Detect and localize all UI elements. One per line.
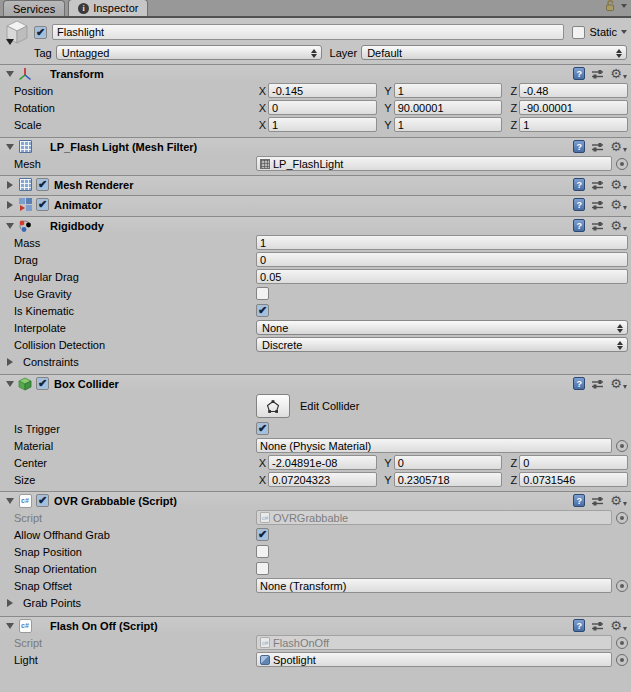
gear-icon[interactable] (610, 198, 627, 211)
snap-position-checkbox[interactable] (256, 545, 269, 558)
foldout-open-icon[interactable] (6, 498, 14, 504)
use-gravity-checkbox[interactable] (256, 287, 269, 300)
transform-header[interactable]: Transform (0, 64, 631, 82)
drag-input[interactable]: 0 (256, 252, 628, 267)
help-icon[interactable] (573, 377, 585, 390)
presets-icon[interactable] (591, 220, 604, 232)
animator-header[interactable]: Animator (0, 195, 631, 213)
scale-y-input[interactable]: 1 (394, 117, 503, 132)
presets-icon[interactable] (591, 495, 604, 507)
center-z-input[interactable]: 0 (519, 455, 628, 470)
gear-icon[interactable] (610, 377, 627, 390)
presets-icon[interactable] (591, 378, 604, 390)
foldout-open-icon[interactable] (6, 144, 14, 150)
help-icon[interactable] (573, 178, 585, 191)
is-trigger-checkbox[interactable] (256, 422, 269, 435)
mesh-renderer-enabled-checkbox[interactable] (36, 178, 49, 191)
tab-inspector[interactable]: Inspector (68, 0, 148, 16)
transform-icon (17, 66, 33, 82)
layer-dropdown[interactable]: Default (361, 45, 627, 60)
size-x-input[interactable]: 0.07204323 (268, 472, 377, 487)
collision-detection-dropdown[interactable]: Discrete (256, 337, 628, 352)
panel-menu-icon[interactable] (621, 4, 627, 8)
mass-input[interactable]: 1 (256, 235, 628, 250)
presets-icon[interactable] (591, 68, 604, 80)
angular-drag-input[interactable]: 0.05 (256, 269, 628, 284)
foldout-open-icon[interactable] (6, 223, 14, 229)
mesh-filter-header[interactable]: LP_Flash Light (Mesh Filter) (0, 137, 631, 155)
help-icon[interactable] (573, 494, 585, 507)
lock-icon[interactable] (605, 0, 616, 12)
gear-icon[interactable] (610, 140, 627, 153)
mesh-filter-title: LP_Flash Light (Mesh Filter) (50, 141, 197, 153)
static-checkbox[interactable] (572, 26, 585, 39)
gear-icon[interactable] (610, 67, 627, 80)
help-icon[interactable] (573, 619, 585, 632)
tab-services[interactable]: Services (3, 0, 65, 16)
axis-x-label: X (256, 119, 266, 131)
gear-icon[interactable] (610, 494, 627, 507)
allow-offhand-grab-checkbox[interactable] (256, 528, 269, 541)
gear-icon[interactable] (610, 619, 627, 632)
rotation-z-input[interactable]: -90.00001 (519, 100, 628, 115)
grab-points-foldout[interactable]: Grab Points (0, 594, 631, 612)
foldout-closed-icon[interactable] (7, 201, 13, 209)
mesh-object-field[interactable]: LP_FlashLight (256, 156, 612, 171)
presets-icon[interactable] (591, 199, 604, 211)
object-picker-icon[interactable] (616, 580, 628, 592)
object-picker-icon[interactable] (616, 158, 628, 170)
foldout-open-icon[interactable] (6, 71, 14, 77)
presets-icon[interactable] (591, 141, 604, 153)
object-picker-icon[interactable] (616, 654, 628, 666)
axis-z-label: Z (507, 474, 517, 486)
gameobject-cube-icon[interactable] (4, 19, 34, 45)
position-x-input[interactable]: -0.145 (268, 83, 377, 98)
object-picker-icon[interactable] (616, 512, 628, 524)
material-object-field[interactable]: None (Physic Material) (256, 438, 612, 453)
center-x-input[interactable]: -2.04891e-08 (268, 455, 377, 470)
help-icon[interactable] (573, 219, 585, 232)
is-kinematic-checkbox[interactable] (256, 304, 269, 317)
gameobject-name-input[interactable]: Flashlight (52, 24, 564, 40)
size-y-input[interactable]: 0.2305718 (394, 472, 503, 487)
tag-dropdown[interactable]: Untagged (56, 45, 322, 60)
edit-collider-button[interactable] (256, 394, 290, 418)
presets-icon[interactable] (591, 620, 604, 632)
flash-on-off-header[interactable]: Flash On Off (Script) (0, 616, 631, 634)
box-collider-header[interactable]: Box Collider (0, 374, 631, 392)
mesh-renderer-header[interactable]: Mesh Renderer (0, 175, 631, 193)
gear-icon[interactable] (610, 178, 627, 191)
object-picker-icon[interactable] (616, 637, 628, 649)
center-y-input[interactable]: 0 (394, 455, 503, 470)
static-dropdown-icon[interactable] (621, 30, 627, 34)
gameobject-enabled-checkbox[interactable] (34, 26, 47, 39)
interpolate-dropdown[interactable]: None (256, 320, 628, 335)
position-z-input[interactable]: -0.48 (519, 83, 628, 98)
gameobject-dropdown-icon[interactable] (6, 39, 14, 45)
help-icon[interactable] (573, 140, 585, 153)
help-icon[interactable] (573, 67, 585, 80)
scale-z-input[interactable]: 1 (519, 117, 628, 132)
ovr-grabbable-header[interactable]: OVR Grabbable (Script) (0, 491, 631, 509)
foldout-closed-icon[interactable] (7, 181, 13, 189)
use-gravity-label: Use Gravity (14, 288, 256, 300)
rotation-y-input[interactable]: 90.00001 (394, 100, 503, 115)
box-collider-enabled-checkbox[interactable] (36, 377, 49, 390)
size-z-input[interactable]: 0.0731546 (519, 472, 628, 487)
snap-orientation-checkbox[interactable] (256, 562, 269, 575)
ovr-grabbable-enabled-checkbox[interactable] (36, 494, 49, 507)
snap-offset-object-field[interactable]: None (Transform) (256, 578, 612, 593)
light-object-field[interactable]: Spotlight (256, 652, 612, 667)
presets-icon[interactable] (591, 179, 604, 191)
gear-icon[interactable] (610, 219, 627, 232)
constraints-foldout[interactable]: Constraints (0, 353, 631, 371)
rigidbody-header[interactable]: Rigidbody (0, 216, 631, 234)
object-picker-icon[interactable] (616, 440, 628, 452)
rotation-x-input[interactable]: 0 (268, 100, 377, 115)
position-y-input[interactable]: 1 (394, 83, 503, 98)
foldout-open-icon[interactable] (6, 381, 14, 387)
animator-enabled-checkbox[interactable] (36, 198, 49, 211)
foldout-open-icon[interactable] (6, 623, 14, 629)
scale-x-input[interactable]: 1 (268, 117, 377, 132)
help-icon[interactable] (573, 198, 585, 211)
